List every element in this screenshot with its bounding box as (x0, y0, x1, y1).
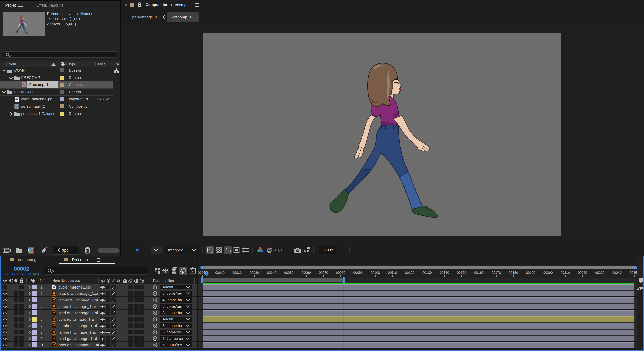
svg-text:Ai: Ai (53, 305, 55, 307)
svg-text:Ai: Ai (53, 299, 55, 301)
svg-text:Ai: Ai (53, 337, 55, 339)
svg-text:AI: AI (54, 333, 55, 334)
svg-text:Ai: Ai (53, 343, 55, 346)
svg-text:AI: AI (54, 307, 55, 308)
svg-text:Ai: Ai (53, 331, 55, 333)
svg-text:AI: AI (54, 326, 55, 328)
svg-text:AI: AI (54, 314, 55, 315)
svg-text:Ai: Ai (53, 311, 55, 314)
svg-text:AI: AI (54, 294, 55, 295)
svg-text:Ai: Ai (53, 324, 55, 326)
svg-text:Ai: Ai (53, 318, 55, 320)
svg-text:AI: AI (54, 301, 55, 302)
svg-text:AI: AI (54, 320, 55, 321)
svg-text:AI: AI (54, 339, 55, 340)
svg-text:Ai: Ai (53, 292, 55, 294)
svg-text:AI: AI (54, 346, 55, 347)
